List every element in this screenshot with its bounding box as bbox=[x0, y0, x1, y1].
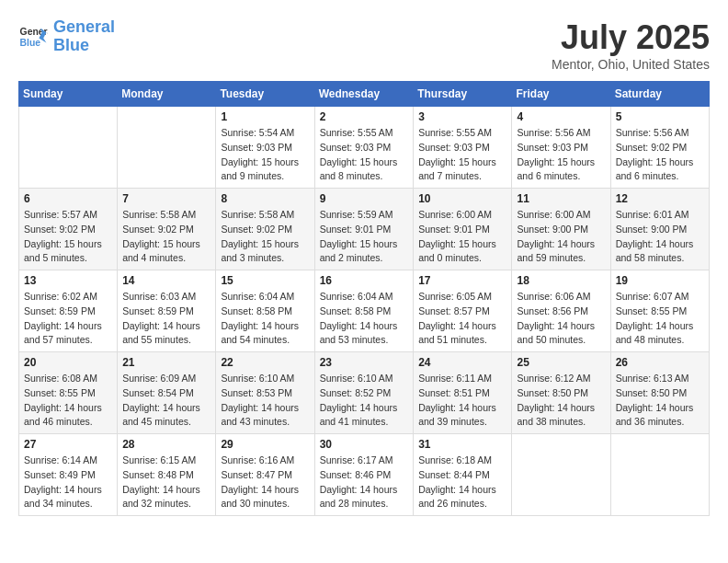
day-info: Sunrise: 6:03 AM Sunset: 8:59 PM Dayligh… bbox=[122, 290, 210, 348]
week-row-3: 13Sunrise: 6:02 AM Sunset: 8:59 PM Dayli… bbox=[19, 270, 710, 352]
day-info: Sunrise: 6:12 AM Sunset: 8:50 PM Dayligh… bbox=[517, 372, 605, 430]
calendar-cell: 5Sunrise: 5:56 AM Sunset: 9:02 PM Daylig… bbox=[610, 107, 709, 189]
calendar-cell: 25Sunrise: 6:12 AM Sunset: 8:50 PM Dayli… bbox=[512, 352, 610, 434]
day-number: 1 bbox=[221, 110, 309, 123]
calendar-cell: 8Sunrise: 5:58 AM Sunset: 9:02 PM Daylig… bbox=[216, 189, 314, 270]
calendar-cell: 13Sunrise: 6:02 AM Sunset: 8:59 PM Dayli… bbox=[19, 270, 118, 352]
day-number: 18 bbox=[517, 274, 605, 287]
calendar-cell: 23Sunrise: 6:10 AM Sunset: 8:52 PM Dayli… bbox=[314, 352, 414, 434]
day-info: Sunrise: 6:07 AM Sunset: 8:55 PM Dayligh… bbox=[616, 290, 704, 348]
day-number: 22 bbox=[221, 356, 309, 369]
calendar-cell: 28Sunrise: 6:15 AM Sunset: 8:48 PM Dayli… bbox=[118, 434, 216, 516]
calendar-header: SundayMondayTuesdayWednesdayThursdayFrid… bbox=[19, 82, 710, 107]
day-info: Sunrise: 6:04 AM Sunset: 8:58 PM Dayligh… bbox=[320, 290, 409, 348]
day-header-saturday: Saturday bbox=[610, 82, 709, 107]
day-info: Sunrise: 5:56 AM Sunset: 9:02 PM Dayligh… bbox=[616, 126, 704, 184]
calendar-cell: 12Sunrise: 6:01 AM Sunset: 9:00 PM Dayli… bbox=[610, 189, 709, 270]
day-info: Sunrise: 6:10 AM Sunset: 8:53 PM Dayligh… bbox=[221, 372, 309, 430]
day-number: 13 bbox=[24, 274, 112, 287]
month-title: July 2025 bbox=[552, 18, 710, 57]
week-row-2: 6Sunrise: 5:57 AM Sunset: 9:02 PM Daylig… bbox=[19, 189, 710, 270]
calendar-cell: 31Sunrise: 6:18 AM Sunset: 8:44 PM Dayli… bbox=[414, 434, 512, 516]
day-info: Sunrise: 5:57 AM Sunset: 9:02 PM Dayligh… bbox=[24, 208, 112, 266]
day-number: 21 bbox=[122, 356, 210, 369]
calendar-cell: 6Sunrise: 5:57 AM Sunset: 9:02 PM Daylig… bbox=[19, 189, 118, 270]
calendar-cell: 20Sunrise: 6:08 AM Sunset: 8:55 PM Dayli… bbox=[19, 352, 118, 434]
calendar-cell: 1Sunrise: 5:54 AM Sunset: 9:03 PM Daylig… bbox=[216, 107, 314, 189]
day-info: Sunrise: 6:18 AM Sunset: 8:44 PM Dayligh… bbox=[418, 454, 506, 511]
calendar-cell: 9Sunrise: 5:59 AM Sunset: 9:01 PM Daylig… bbox=[314, 189, 414, 270]
svg-text:Blue: Blue bbox=[20, 37, 41, 47]
calendar-cell: 17Sunrise: 6:05 AM Sunset: 8:57 PM Dayli… bbox=[414, 270, 512, 352]
day-info: Sunrise: 6:00 AM Sunset: 9:01 PM Dayligh… bbox=[418, 208, 506, 266]
day-number: 30 bbox=[320, 438, 409, 451]
day-info: Sunrise: 6:10 AM Sunset: 8:52 PM Dayligh… bbox=[320, 372, 409, 430]
header: General Blue General Blue July 2025 Ment… bbox=[18, 18, 710, 72]
day-number: 5 bbox=[616, 110, 704, 123]
calendar-cell: 11Sunrise: 6:00 AM Sunset: 9:00 PM Dayli… bbox=[512, 189, 610, 270]
week-row-4: 20Sunrise: 6:08 AM Sunset: 8:55 PM Dayli… bbox=[19, 352, 710, 434]
day-number: 19 bbox=[616, 274, 704, 287]
day-number: 25 bbox=[517, 356, 605, 369]
day-info: Sunrise: 5:54 AM Sunset: 9:03 PM Dayligh… bbox=[221, 126, 309, 184]
day-header-monday: Monday bbox=[118, 82, 216, 107]
day-info: Sunrise: 6:16 AM Sunset: 8:47 PM Dayligh… bbox=[221, 454, 309, 511]
calendar-cell: 16Sunrise: 6:04 AM Sunset: 8:58 PM Dayli… bbox=[314, 270, 414, 352]
day-number: 16 bbox=[320, 274, 409, 287]
days-of-week-row: SundayMondayTuesdayWednesdayThursdayFrid… bbox=[19, 82, 710, 107]
day-number: 14 bbox=[122, 274, 210, 287]
day-number: 26 bbox=[616, 356, 704, 369]
calendar-cell: 29Sunrise: 6:16 AM Sunset: 8:47 PM Dayli… bbox=[216, 434, 314, 516]
day-number: 17 bbox=[418, 274, 506, 287]
calendar-cell: 4Sunrise: 5:56 AM Sunset: 9:03 PM Daylig… bbox=[512, 107, 610, 189]
day-info: Sunrise: 5:59 AM Sunset: 9:01 PM Dayligh… bbox=[320, 208, 409, 266]
calendar-cell: 7Sunrise: 5:58 AM Sunset: 9:02 PM Daylig… bbox=[118, 189, 216, 270]
day-number: 9 bbox=[320, 192, 409, 205]
calendar-table: SundayMondayTuesdayWednesdayThursdayFrid… bbox=[18, 81, 710, 516]
day-header-wednesday: Wednesday bbox=[314, 82, 414, 107]
day-number: 7 bbox=[122, 192, 210, 205]
day-number: 27 bbox=[24, 438, 112, 451]
day-number: 2 bbox=[320, 110, 409, 123]
day-info: Sunrise: 5:58 AM Sunset: 9:02 PM Dayligh… bbox=[122, 208, 210, 266]
calendar-cell: 2Sunrise: 5:55 AM Sunset: 9:03 PM Daylig… bbox=[314, 107, 414, 189]
calendar-cell: 3Sunrise: 5:55 AM Sunset: 9:03 PM Daylig… bbox=[414, 107, 512, 189]
logo-icon: General Blue bbox=[18, 22, 48, 52]
day-info: Sunrise: 6:15 AM Sunset: 8:48 PM Dayligh… bbox=[122, 454, 210, 511]
day-info: Sunrise: 6:08 AM Sunset: 8:55 PM Dayligh… bbox=[24, 372, 112, 430]
day-info: Sunrise: 6:06 AM Sunset: 8:56 PM Dayligh… bbox=[517, 290, 605, 348]
day-info: Sunrise: 5:56 AM Sunset: 9:03 PM Dayligh… bbox=[517, 126, 605, 184]
calendar-cell: 22Sunrise: 6:10 AM Sunset: 8:53 PM Dayli… bbox=[216, 352, 314, 434]
day-number: 20 bbox=[24, 356, 112, 369]
calendar-cell bbox=[610, 434, 709, 516]
day-info: Sunrise: 6:17 AM Sunset: 8:46 PM Dayligh… bbox=[320, 454, 409, 511]
day-info: Sunrise: 6:02 AM Sunset: 8:59 PM Dayligh… bbox=[24, 290, 112, 348]
day-header-tuesday: Tuesday bbox=[216, 82, 314, 107]
calendar-cell: 30Sunrise: 6:17 AM Sunset: 8:46 PM Dayli… bbox=[314, 434, 414, 516]
calendar-cell bbox=[512, 434, 610, 516]
calendar-cell: 10Sunrise: 6:00 AM Sunset: 9:01 PM Dayli… bbox=[414, 189, 512, 270]
day-info: Sunrise: 5:55 AM Sunset: 9:03 PM Dayligh… bbox=[418, 126, 506, 184]
day-info: Sunrise: 6:11 AM Sunset: 8:51 PM Dayligh… bbox=[418, 372, 506, 430]
day-number: 11 bbox=[517, 192, 605, 205]
calendar-body: 1Sunrise: 5:54 AM Sunset: 9:03 PM Daylig… bbox=[19, 107, 710, 516]
day-number: 24 bbox=[418, 356, 506, 369]
day-info: Sunrise: 6:14 AM Sunset: 8:49 PM Dayligh… bbox=[24, 454, 112, 511]
day-number: 23 bbox=[320, 356, 409, 369]
day-header-thursday: Thursday bbox=[414, 82, 512, 107]
day-number: 12 bbox=[616, 192, 704, 205]
logo: General Blue General Blue bbox=[18, 18, 115, 55]
calendar-cell: 26Sunrise: 6:13 AM Sunset: 8:50 PM Dayli… bbox=[610, 352, 709, 434]
day-info: Sunrise: 5:58 AM Sunset: 9:02 PM Dayligh… bbox=[221, 208, 309, 266]
day-number: 8 bbox=[221, 192, 309, 205]
day-number: 28 bbox=[122, 438, 210, 451]
day-number: 15 bbox=[221, 274, 309, 287]
title-area: July 2025 Mentor, Ohio, United States bbox=[552, 18, 710, 72]
calendar-cell bbox=[19, 107, 118, 189]
calendar-cell: 27Sunrise: 6:14 AM Sunset: 8:49 PM Dayli… bbox=[19, 434, 118, 516]
calendar-cell bbox=[118, 107, 216, 189]
calendar-cell: 15Sunrise: 6:04 AM Sunset: 8:58 PM Dayli… bbox=[216, 270, 314, 352]
calendar-cell: 14Sunrise: 6:03 AM Sunset: 8:59 PM Dayli… bbox=[118, 270, 216, 352]
day-info: Sunrise: 6:05 AM Sunset: 8:57 PM Dayligh… bbox=[418, 290, 506, 348]
week-row-5: 27Sunrise: 6:14 AM Sunset: 8:49 PM Dayli… bbox=[19, 434, 710, 516]
